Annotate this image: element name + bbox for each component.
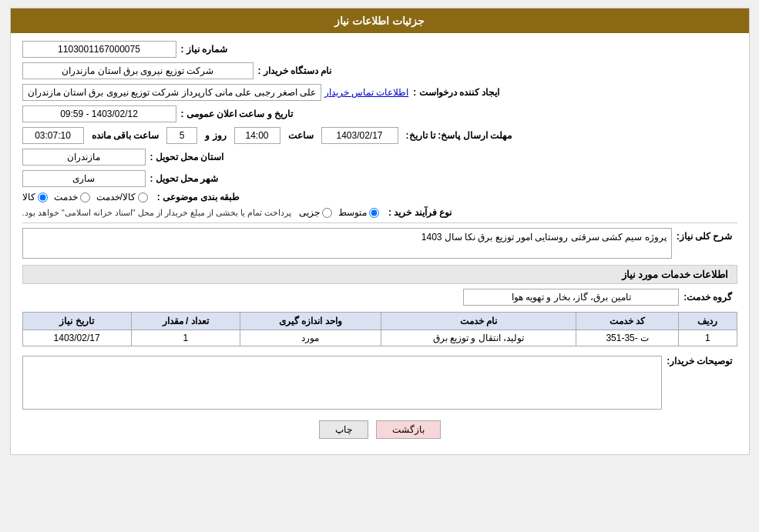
category-option-kala[interactable]: کالا — [22, 192, 48, 202]
divider-1 — [22, 223, 737, 223]
need-number-row: شماره نیاز : 1103001167000075 — [22, 41, 737, 58]
buyer-desc-textarea[interactable] — [22, 356, 663, 410]
announcement-value: 1403/02/12 - 09:59 — [22, 105, 176, 122]
announcement-label: تاریخ و ساعت اعلان عمومی : — [181, 109, 294, 119]
buttons-row: بازگشت چاپ — [22, 420, 737, 439]
deadline-days-value: 5 — [166, 127, 197, 144]
buyer-desc-row: توصیحات خریدار: — [22, 353, 737, 413]
requester-label: ایجاد کننده درخواست : — [413, 87, 499, 98]
purchase-type-label: نوع فرآیند خرید : — [388, 207, 452, 218]
col-name: نام خدمت — [381, 313, 576, 330]
buyer-org-label: نام دستگاه خریدار : — [258, 65, 332, 76]
category-label-kala-khedmat: کالا/خدمت — [96, 192, 136, 202]
province-row: استان محل تحویل : مازندران — [22, 149, 737, 166]
table-row: 1ت -35-351تولید، انتقال و توزیع برقمورد1… — [22, 330, 737, 346]
deadline-time-label: ساعت — [288, 130, 314, 141]
purchase-radio-motavasset[interactable] — [369, 208, 379, 218]
deadline-days-label: روز و — [205, 130, 226, 141]
col-date: تاریخ نیاز — [22, 313, 131, 330]
cell-name: تولید، انتقال و توزیع برق — [381, 330, 576, 346]
buyer-org-row: نام دستگاه خریدار : شرکت توزیع نیروی برق… — [22, 62, 737, 79]
buyer-org-value: شرکت توزیع نیروی برق استان مازندران — [22, 62, 254, 79]
category-label-khedmat: خدمت — [54, 192, 78, 202]
category-radio-group: کالا/خدمت خدمت کالا — [22, 192, 148, 202]
description-label: شرح کلی نیاز: — [677, 231, 733, 242]
deadline-date-value: 1403/02/17 — [321, 127, 398, 144]
purchase-label-motavasset: متوسط — [338, 207, 367, 218]
description-row: شرح کلی نیاز: پروژه سیم کشی سرقتی روستای… — [22, 228, 737, 259]
city-value: ساری — [22, 170, 146, 187]
cell-quantity: 1 — [131, 330, 240, 346]
category-row: طبقه بندی موضوعی : کالا/خدمت خدمت کالا — [22, 192, 737, 202]
remaining-label: ساعت باقی مانده — [92, 130, 160, 141]
cell-unit: مورد — [240, 330, 381, 346]
requester-row: ایجاد کننده درخواست : اطلاعات تماس خریدا… — [22, 84, 737, 101]
cell-row: 1 — [679, 330, 737, 346]
category-option-kala-khedmat[interactable]: کالا/خدمت — [96, 192, 148, 202]
deadline-label: مهلت ارسال پاسخ: تا تاریخ: — [406, 130, 512, 141]
page-header: جزئیات اطلاعات نیاز — [11, 8, 749, 33]
description-box-container: پروژه سیم کشی سرقتی روستایی امور توزیع ب… — [22, 228, 672, 259]
need-number-value: 1103001167000075 — [22, 41, 176, 58]
purchase-type-motavasset[interactable]: متوسط — [338, 207, 379, 218]
deadline-row: مهلت ارسال پاسخ: تا تاریخ: 1403/02/17 سا… — [22, 127, 737, 144]
print-button[interactable]: چاپ — [319, 420, 368, 439]
category-radio-khedmat[interactable] — [80, 192, 90, 202]
col-unit: واحد اندازه گیری — [240, 313, 381, 330]
city-label: شهر محل تحویل : — [150, 173, 219, 184]
province-value: مازندران — [22, 149, 146, 166]
cell-code: ت -35-351 — [576, 330, 679, 346]
purchase-type-radio-group: متوسط جزیی — [299, 207, 379, 218]
col-qty: تعداد / مقدار — [131, 313, 240, 330]
services-table: ردیف کد خدمت نام خدمت واحد اندازه گیری ت… — [22, 312, 737, 346]
category-radio-kala[interactable] — [38, 192, 48, 202]
col-code: کد خدمت — [576, 313, 679, 330]
need-number-label: شماره نیاز : — [181, 44, 228, 55]
province-label: استان محل تحویل : — [150, 152, 224, 162]
table-header-row: ردیف کد خدمت نام خدمت واحد اندازه گیری ت… — [22, 313, 737, 330]
category-radio-kala-khedmat[interactable] — [138, 192, 148, 202]
main-container: جزئیات اطلاعات نیاز شماره نیاز : 1103001… — [10, 8, 750, 455]
content-area: شماره نیاز : 1103001167000075 نام دستگاه… — [11, 33, 749, 454]
category-label: طبقه بندی موضوعی : — [157, 192, 240, 202]
purchase-type-jozei[interactable]: جزیی — [299, 207, 332, 218]
remaining-value: 03:07:10 — [22, 127, 84, 144]
col-row-num: ردیف — [679, 313, 737, 330]
purchase-label-jozei: جزیی — [299, 207, 320, 218]
service-group-label: گروه خدمت: — [683, 292, 732, 303]
purchase-radio-jozei[interactable] — [322, 208, 332, 218]
description-value: پروژه سیم کشی سرقتی روستایی امور توزیع ب… — [22, 228, 672, 259]
requester-value: علی اصغر رجبی علی مانی کارپرداز شرکت توز… — [22, 84, 322, 101]
category-label-kala: کالا — [22, 192, 35, 202]
service-group-row: گروه خدمت: تامین برق، گاز، بخار و تهویه … — [22, 289, 737, 306]
purchase-notice: پرداخت تمام یا بخشی از مبلغ خریدار از مح… — [22, 208, 292, 218]
announcement-row: تاریخ و ساعت اعلان عمومی : 1403/02/12 - … — [22, 105, 737, 122]
service-group-value: تامین برق، گاز، بخار و تهویه هوا — [463, 289, 679, 306]
city-row: شهر محل تحویل : ساری — [22, 170, 737, 187]
deadline-time-value: 14:00 — [234, 127, 280, 144]
requester-contact-link[interactable]: اطلاعات تماس خریدار — [324, 87, 409, 98]
page-title: جزئیات اطلاعات نیاز — [334, 15, 425, 27]
services-table-section: ردیف کد خدمت نام خدمت واحد اندازه گیری ت… — [22, 312, 737, 346]
service-info-title: اطلاعات خدمات مورد نیاز — [22, 265, 737, 284]
back-button[interactable]: بازگشت — [376, 420, 441, 439]
cell-date: 1403/02/17 — [22, 330, 131, 346]
category-option-khedmat[interactable]: خدمت — [54, 192, 90, 202]
buyer-desc-label: توصیحات خریدار: — [667, 356, 732, 366]
purchase-type-row: نوع فرآیند خرید : متوسط جزیی پرداخت تمام… — [22, 207, 737, 218]
